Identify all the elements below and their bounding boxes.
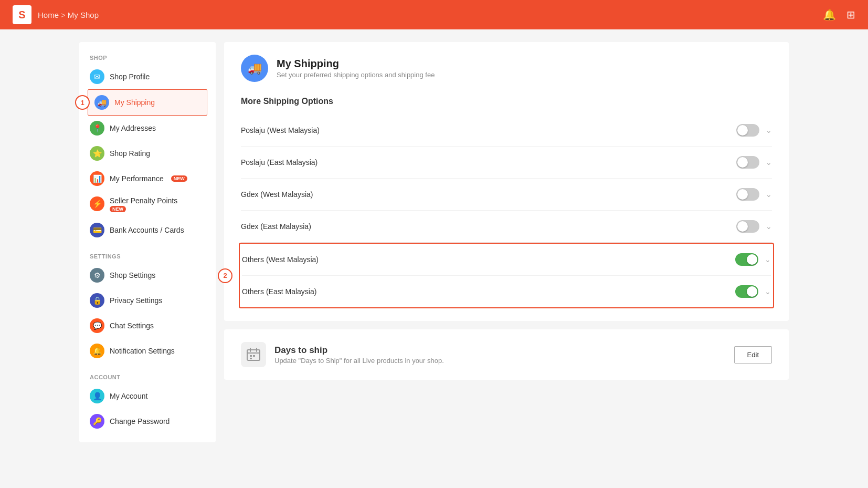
breadcrumb-current: My Shop <box>68 11 99 19</box>
chat-settings-icon: 💬 <box>90 318 104 333</box>
page-subtitle: Set your preferred shipping options and … <box>277 71 435 79</box>
edit-button[interactable]: Edit <box>734 346 772 364</box>
days-to-ship-subtitle: Update "Days to Ship" for all Live produ… <box>274 357 444 365</box>
shipping-label: Poslaju (West Malaysia) <box>241 126 320 134</box>
days-to-ship-title: Days to ship <box>274 345 444 356</box>
sidebar-item-label: Bank Accounts / Cards <box>110 226 184 234</box>
shipping-label: Gdex (West Malaysia) <box>241 190 313 199</box>
shipping-controls: ⌄ <box>736 124 772 137</box>
my-performance-icon: 📊 <box>90 171 104 186</box>
toggle-others-west[interactable] <box>735 253 758 266</box>
change-password-icon: 🔑 <box>90 414 104 429</box>
days-to-ship-icon <box>241 342 266 367</box>
sidebar-item-label: Change Password <box>110 417 170 425</box>
shipping-label: Gdex (East Malaysia) <box>241 222 311 231</box>
shipping-controls: ⌄ <box>735 285 771 298</box>
privacy-settings-icon: 🔒 <box>90 293 104 308</box>
shipping-label: Others (East Malaysia) <box>242 287 316 296</box>
app-header: S Home > My Shop 🔔 ⊞ <box>0 0 868 29</box>
shipping-controls: ⌄ <box>736 188 772 201</box>
days-to-ship-left: Days to ship Update "Days to Ship" for a… <box>241 342 444 367</box>
svg-rect-4 <box>250 355 252 357</box>
sidebar-item-label: Notification Settings <box>110 347 175 355</box>
sidebar-item-label: Shop Settings <box>110 271 155 279</box>
breadcrumb-separator: > <box>61 11 66 19</box>
notification-icon[interactable]: 🔔 <box>823 8 836 21</box>
sidebar-item-privacy-settings[interactable]: 🔒 Privacy Settings <box>79 288 216 313</box>
toggle-gdex-east[interactable] <box>736 220 759 233</box>
sidebar-item-shop-profile[interactable]: ✉ Shop Profile <box>79 64 216 89</box>
highlighted-others-section: Others (West Malaysia) ⌄ Others (East Ma… <box>239 243 774 308</box>
new-badge-penalty: NEW <box>110 206 126 212</box>
shipping-card: 🚚 My Shipping Set your preferred shippin… <box>224 42 789 321</box>
breadcrumb-home[interactable]: Home <box>38 11 59 19</box>
toggle-others-east[interactable] <box>735 285 758 298</box>
sidebar-section-settings: SETTINGS <box>79 249 216 263</box>
sidebar-item-label: My Performance <box>110 174 164 183</box>
header-left: S Home > My Shop <box>13 5 99 24</box>
chevron-down-icon[interactable]: ⌄ <box>766 126 772 134</box>
sidebar-item-seller-penalty[interactable]: ⚡ Seller Penalty Points NEW <box>79 191 216 217</box>
header-right: 🔔 ⊞ <box>823 8 855 21</box>
shipping-row-others-west: Others (West Malaysia) ⌄ <box>242 244 771 276</box>
shipping-row-gdex-west: Gdex (West Malaysia) ⌄ <box>241 179 772 211</box>
sidebar-item-change-password[interactable]: 🔑 Change Password <box>79 409 216 434</box>
section-title: More Shipping Options <box>241 97 772 106</box>
chevron-down-icon[interactable]: ⌄ <box>766 222 772 231</box>
sidebar-item-label: Chat Settings <box>110 321 154 330</box>
shipping-controls: ⌄ <box>736 220 772 233</box>
card-header: 🚚 My Shipping Set your preferred shippin… <box>241 55 772 82</box>
toggle-poslaju-west[interactable] <box>736 124 759 137</box>
sidebar-item-label: Privacy Settings <box>110 296 162 305</box>
main-content: 🚚 My Shipping Set your preferred shippin… <box>224 42 789 442</box>
card-header-text: My Shipping Set your preferred shipping … <box>277 58 435 79</box>
apps-grid-icon[interactable]: ⊞ <box>846 8 855 21</box>
sidebar-item-shop-rating[interactable]: ⭐ Shop Rating <box>79 141 216 166</box>
page-container: SHOP ✉ Shop Profile 1 🚚 My Shipping 📍 My… <box>67 29 801 455</box>
sidebar-item-label: My Shipping <box>114 98 155 107</box>
chevron-down-icon[interactable]: ⌄ <box>765 287 771 296</box>
chevron-down-icon[interactable]: ⌄ <box>765 255 771 264</box>
sidebar-item-label: Shop Rating <box>110 149 150 158</box>
shipping-controls: ⌄ <box>735 253 771 266</box>
shipping-label: Poslaju (East Malaysia) <box>241 158 317 167</box>
days-to-ship-card: Days to ship Update "Days to Ship" for a… <box>224 329 789 380</box>
sidebar-item-my-performance[interactable]: 📊 My Performance NEW <box>79 166 216 191</box>
sidebar-item-notification-settings[interactable]: 🔔 Notification Settings <box>79 338 216 364</box>
chevron-down-icon[interactable]: ⌄ <box>766 190 772 199</box>
chevron-down-icon[interactable]: ⌄ <box>766 158 772 167</box>
my-account-icon: 👤 <box>90 389 104 403</box>
sidebar-item-my-account[interactable]: 👤 My Account <box>79 383 216 409</box>
shop-profile-icon: ✉ <box>90 69 104 84</box>
svg-rect-6 <box>250 358 252 359</box>
days-to-ship-header: Days to ship Update "Days to Ship" for a… <box>241 342 772 367</box>
sidebar-section-account: ACCOUNT <box>79 370 216 383</box>
sidebar-section-shop: SHOP <box>79 50 216 64</box>
shipping-row-poslaju-east: Poslaju (East Malaysia) ⌄ <box>241 147 772 179</box>
sidebar: SHOP ✉ Shop Profile 1 🚚 My Shipping 📍 My… <box>79 42 216 442</box>
sidebar-item-label: Shop Profile <box>110 72 150 81</box>
toggle-poslaju-east[interactable] <box>736 156 759 169</box>
sidebar-item-chat-settings[interactable]: 💬 Chat Settings <box>79 313 216 338</box>
more-shipping-options-section: More Shipping Options Poslaju (West Mala… <box>241 97 772 308</box>
sidebar-item-shop-settings[interactable]: ⚙ Shop Settings <box>79 263 216 288</box>
sidebar-item-my-addresses[interactable]: 📍 My Addresses <box>79 116 216 141</box>
shipping-label: Others (West Malaysia) <box>242 255 319 264</box>
page-title: My Shipping <box>277 58 435 70</box>
svg-rect-5 <box>253 355 255 357</box>
shopee-logo: S <box>13 5 31 24</box>
bank-accounts-icon: 💳 <box>90 223 104 237</box>
annotation-step1: 1 <box>75 95 90 110</box>
annotation-step2: 2 <box>218 268 232 283</box>
shipping-controls: ⌄ <box>736 156 772 169</box>
sidebar-item-bank-accounts[interactable]: 💳 Bank Accounts / Cards <box>79 217 216 243</box>
my-shipping-icon: 🚚 <box>94 95 109 110</box>
shipping-header-icon: 🚚 <box>241 55 268 82</box>
sidebar-item-my-shipping[interactable]: 🚚 My Shipping <box>88 89 207 116</box>
sidebar-item-label: My Account <box>110 392 147 400</box>
breadcrumb: Home > My Shop <box>38 11 99 19</box>
shipping-row-poslaju-west: Poslaju (West Malaysia) ⌄ <box>241 115 772 147</box>
toggle-gdex-west[interactable] <box>736 188 759 201</box>
days-to-ship-text: Days to ship Update "Days to Ship" for a… <box>274 345 444 365</box>
seller-penalty-icon: ⚡ <box>90 196 104 211</box>
